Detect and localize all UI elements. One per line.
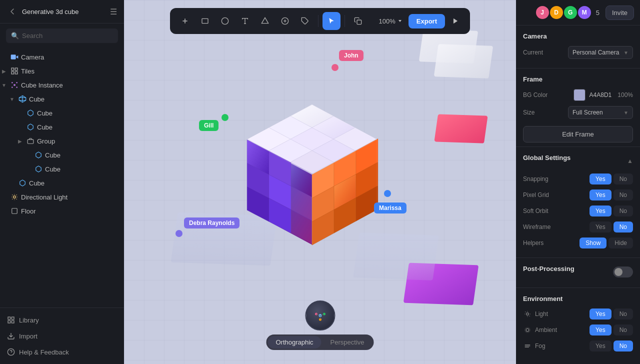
rectangle-tool-button[interactable]	[196, 12, 214, 30]
tree-toggle-cube-main[interactable]: ▼	[8, 95, 16, 103]
env-light-yes-button[interactable]: Yes	[590, 308, 612, 320]
tree-item-cube-3[interactable]: Cube	[24, 148, 124, 162]
tree-item-tiles[interactable]: ▶ Tiles	[0, 64, 124, 78]
bg-color-hex: A4A8D1	[590, 92, 612, 98]
tree-item-cube-4[interactable]: Cube	[24, 162, 124, 176]
camera-current-select[interactable]: Personal Camera ▼	[568, 46, 633, 59]
view-mode-switcher: Orthographic Perspective	[266, 334, 374, 350]
env-light-no-button[interactable]: No	[614, 308, 633, 320]
soft-orbit-yes-button[interactable]: Yes	[590, 206, 612, 216]
wireframe-row: Wireframe Yes No	[523, 222, 633, 232]
soft-orbit-row: Soft Orbit Yes No	[523, 206, 633, 216]
svg-point-95	[525, 328, 530, 333]
post-processing-section: Post-Processing	[516, 258, 640, 288]
svg-rect-28	[12, 320, 14, 323]
symbol-tool-button[interactable]	[276, 12, 294, 30]
svg-rect-3	[12, 72, 14, 74]
tree-item-cube-instance[interactable]: ▼ Cube Instance	[0, 78, 124, 92]
search-box: 🔍	[6, 28, 118, 43]
snapping-yes-button[interactable]: Yes	[590, 174, 612, 184]
cursor-dot-marissa	[384, 190, 391, 197]
env-fog-no-button[interactable]: No	[614, 340, 633, 352]
svg-marker-38	[262, 18, 268, 23]
env-fog-yes-button[interactable]: Yes	[590, 340, 612, 352]
orthographic-mode-button[interactable]: Orthographic	[268, 336, 321, 348]
env-ambient-no-button[interactable]: No	[614, 324, 633, 336]
environment-section-title: Environment	[523, 295, 633, 302]
text-tool-button[interactable]	[236, 12, 254, 30]
global-settings-title: Global Settings	[523, 154, 570, 162]
helpers-show-button[interactable]: Show	[580, 238, 606, 248]
svg-line-18	[12, 194, 12, 195]
sidebar-help[interactable]: Help & Feedback	[0, 344, 124, 360]
env-light-label: Light	[535, 310, 548, 318]
menu-button[interactable]: ☰	[110, 7, 117, 16]
zoom-control[interactable]: 100%	[375, 18, 406, 25]
duplicate-tool-button[interactable]	[349, 12, 367, 30]
sidebar-library[interactable]: Library	[0, 312, 124, 328]
svg-line-19	[16, 199, 17, 200]
camera-section: Camera Current Personal Camera ▼	[516, 26, 640, 68]
tree-item-cube-2[interactable]: Cube	[16, 120, 124, 134]
tree-label-directional-light: Directional Light	[21, 194, 68, 201]
env-fog-icon	[523, 342, 532, 350]
tree-toggle-group[interactable]: ▶	[16, 137, 24, 145]
post-processing-toggle-switch[interactable]	[613, 266, 633, 278]
play-button[interactable]	[447, 12, 464, 30]
env-fog-label: Fog	[535, 342, 546, 350]
soft-orbit-no-button[interactable]: No	[614, 206, 633, 216]
cube-sm-icon-4	[34, 164, 43, 174]
component-icon	[10, 80, 19, 90]
avatar-d: D	[549, 5, 564, 20]
tree-item-group[interactable]: ▶ Group	[16, 134, 124, 148]
bg-color-swatch[interactable]	[574, 89, 586, 101]
post-processing-row: Post-Processing	[523, 265, 633, 278]
tree-label-cube-instance: Cube Instance	[21, 82, 63, 89]
tree-item-directional-light[interactable]: Directional Light	[0, 190, 124, 204]
shape-tool-button[interactable]	[256, 12, 274, 30]
camera-current-row: Current Personal Camera ▼	[523, 46, 633, 59]
svg-line-23	[16, 194, 17, 195]
tree-item-cube-1[interactable]: Cube	[16, 106, 124, 120]
tree-label-camera: Camera	[21, 54, 44, 61]
pixel-grid-no-button[interactable]: No	[614, 190, 633, 200]
tree-toggle-tiles[interactable]: ▶	[0, 67, 8, 75]
env-fog-label-row: Fog	[523, 342, 546, 350]
cursor-tool-button[interactable]	[322, 12, 340, 30]
env-light-icon	[523, 310, 532, 318]
export-button[interactable]: Export	[408, 14, 445, 28]
snapping-no-button[interactable]: No	[614, 174, 633, 184]
avatar-j: J	[535, 5, 550, 20]
pixel-grid-row: Pixel Grid Yes No	[523, 190, 633, 200]
edit-frame-button[interactable]: Edit Frame	[523, 126, 633, 142]
svg-rect-24	[12, 208, 18, 214]
env-ambient-row: Ambient Yes No	[523, 324, 633, 336]
pixel-grid-yes-button[interactable]: Yes	[590, 190, 612, 200]
global-settings-collapse-icon[interactable]: ▲	[627, 158, 633, 164]
toolbar-divider-1	[318, 15, 318, 27]
ellipse-tool-button[interactable]	[216, 12, 234, 30]
helpers-hide-button[interactable]: Hide	[608, 238, 633, 248]
env-fog-row: Fog Yes No	[523, 340, 633, 352]
perspective-mode-button[interactable]: Perspective	[322, 336, 372, 348]
tree-label-group: Group	[37, 138, 55, 145]
main-cube-container	[220, 82, 404, 274]
tree-item-cube-5[interactable]: Cube	[8, 176, 124, 190]
tag-tool-button[interactable]	[296, 12, 314, 30]
nav-orb[interactable]	[305, 300, 335, 330]
invite-button[interactable]: Invite	[606, 6, 634, 20]
search-input[interactable]	[22, 32, 113, 40]
wireframe-no-button[interactable]: No	[614, 222, 633, 232]
svg-rect-4	[15, 72, 18, 74]
tree-item-camera[interactable]: Camera	[0, 50, 124, 64]
tree-item-cube-main[interactable]: ▼ Cube	[8, 92, 124, 106]
env-ambient-yes-button[interactable]: Yes	[590, 324, 612, 336]
back-button[interactable]	[7, 6, 18, 17]
tree-toggle-cube-instance[interactable]: ▼	[0, 81, 8, 89]
canvas-area[interactable]: John Gill Debra Raynolds Marissa Orthogr…	[124, 0, 516, 364]
frame-size-select[interactable]: Full Screen ▼	[568, 106, 633, 119]
add-tool-button[interactable]	[176, 12, 194, 30]
sidebar-import[interactable]: Import	[0, 328, 124, 344]
wireframe-yes-button[interactable]: Yes	[590, 222, 612, 232]
tree-item-floor[interactable]: Floor	[0, 204, 124, 218]
